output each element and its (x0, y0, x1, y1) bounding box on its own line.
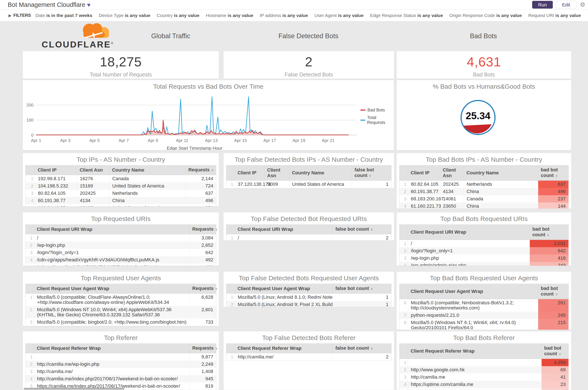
false-referer-cell[interactable]: 2 (333, 353, 391, 361)
filter-user-agent[interactable]: User Agent is any value (314, 13, 364, 18)
bad-ips-col-bad-bot-count[interactable]: bad bot count∨ (538, 165, 569, 181)
false-ips-cell[interactable]: 37.120.138.173 (235, 181, 265, 188)
bad-referer-cell[interactable]: http://www.google.com.hk (408, 366, 542, 374)
top-uris-cell[interactable]: /cdn-cgi/apps/head/xVgyKhR-vV3dAUGhMqfBc… (34, 256, 190, 263)
bad-uas-cell[interactable]: 245 (538, 312, 569, 319)
gear-icon[interactable]: ⚙ (580, 1, 585, 8)
filter-device-type[interactable]: Device Type is any value (99, 13, 150, 18)
false-referer-col-client-request-referer-wrap[interactable]: Client Request Referer Wrap (235, 343, 333, 353)
top-uas-cell[interactable]: Mozilla/5.0 (compatible; CloudFlare-Alwa… (34, 293, 190, 306)
top-referer-cell[interactable]: 945 (190, 375, 216, 383)
false-referer-col-false-bot-count[interactable]: false bot count∨ (333, 343, 391, 353)
top-uas-cell[interactable] (34, 326, 190, 326)
bad-uris-cell[interactable]: /wp-admin/admin-ajax.php (408, 262, 530, 266)
bad-ips-cell[interactable]: 23650 (440, 202, 464, 209)
top-ips-cell[interactable]: 202425 (77, 190, 109, 197)
top-ips-cell[interactable]: Netherlands (109, 190, 186, 197)
legend-total-requests[interactable]: Total Requests (360, 115, 394, 125)
bad-ips-cell[interactable]: Canada (464, 195, 538, 202)
bad-uas-cell[interactable]: python-requests/2.21.0 (408, 312, 538, 319)
legend-bad-bots[interactable]: Bad Bots (360, 108, 394, 112)
top-uris-cell[interactable]: /wp-login.php (34, 242, 190, 249)
top-referer-cell[interactable]: 2,249 (190, 361, 216, 368)
edit-button[interactable]: Edit (556, 1, 576, 9)
bad-ips-cell[interactable]: 144 (538, 202, 569, 209)
false-uris-col-client-request-uri-wrap[interactable]: Client Request URI Wrap (235, 225, 333, 234)
false-uas-cell[interactable]: 1 (333, 293, 391, 301)
bad-uris-col-client-request-uri-wrap[interactable]: Client Request URI Wrap (408, 225, 530, 240)
bad-referer-cell[interactable]: http://camilia.me/wp-login.php (408, 388, 542, 390)
bad-ips-cell[interactable]: China (464, 202, 538, 209)
top-uris-cell[interactable]: 3,084 (190, 234, 216, 242)
filters-expander[interactable]: ▶FILTERS (9, 10, 31, 21)
top-ips-col-requests[interactable]: Requests∨ (186, 165, 216, 175)
top-ips-cell[interactable]: 637 (186, 190, 216, 197)
top-ips-col-country-name[interactable]: Country Name (109, 165, 186, 175)
bad-ips-cell[interactable]: Netherlands (464, 181, 538, 188)
false-ips-col-false-bot-count[interactable]: false bot count∨ (352, 165, 391, 181)
top-referer-col-requests[interactable]: Requests∨ (190, 343, 216, 353)
bad-ips-col-client-asn[interactable]: Client Asn (440, 165, 464, 181)
bad-referer-cell[interactable]: http://camilia.me (408, 374, 542, 381)
bad-ips-cell[interactable]: 4134 (440, 188, 464, 195)
bad-ips-cell[interactable]: 61.160.221.73 (408, 202, 440, 209)
bad-ips-cell[interactable]: 237 (538, 195, 569, 202)
top-uas-cell[interactable]: 681 (190, 326, 216, 326)
bad-uris-cell[interactable]: 642 (530, 247, 568, 254)
top-uas-cell[interactable]: 733 (190, 318, 216, 326)
top-ips-cell[interactable]: 15169 (77, 182, 109, 190)
top-referer-cell[interactable]: http://camilia.me/index.php/2017/06/17/w… (34, 375, 190, 383)
top-uris-col-requests[interactable]: Requests∨ (190, 225, 216, 234)
bad-referer-col-client-request-referer-wrap[interactable]: Client Request Referer Wrap (408, 343, 542, 359)
top-uris-cell[interactable]: 642 (190, 249, 216, 256)
false-ips-cell[interactable]: 9009 (265, 181, 289, 188)
false-uris-cell[interactable]: 2 (333, 234, 391, 241)
top-uris-cell[interactable]: 492 (190, 256, 216, 263)
bad-ips-cell[interactable]: 637 (538, 181, 569, 188)
filter-date[interactable]: Date is in the past 7 weeks (35, 13, 92, 18)
top-ips-cell[interactable]: 136.24.49.37 (35, 204, 77, 207)
top-uris-cell[interactable]: /login/?login_only=1 (34, 249, 190, 256)
top-ips-col-client-ip[interactable]: Client IP (35, 165, 77, 175)
false-referer-cell[interactable]: http://camilia.me/ (235, 353, 333, 361)
false-ips-cell[interactable]: United States of America (289, 181, 352, 188)
false-ips-cell[interactable]: 1 (352, 188, 391, 189)
bad-uas-col-bad-bot-count[interactable]: bad bot count∨ (538, 284, 569, 299)
horizontal-scrollbar[interactable] (24, 388, 125, 390)
false-ips-col-client-ip[interactable]: Client IP (235, 165, 265, 181)
top-uris-cell[interactable]: / (34, 234, 190, 242)
filter-country[interactable]: Country is any value (157, 13, 199, 18)
false-uas-cell[interactable]: Mozilla/5.0 (Linux; Android 9; Pixel 2 X… (235, 301, 333, 307)
top-uris-cell[interactable]: /cdn-cgi/apps/body/3Lh52SjWTQ4HRlErJykHq… (34, 263, 190, 266)
top-uas-cell[interactable]: 2,601 (190, 306, 216, 318)
bad-referer-cell[interactable]: 41 (542, 374, 569, 381)
top-uas-cell[interactable]: 6,628 (190, 293, 216, 306)
top-ips-cell[interactable]: 724 (186, 182, 216, 190)
bad-referer-cell[interactable]: https://uptime.com/camilia.me (408, 381, 542, 388)
false-ips-cell[interactable]: Australia (289, 188, 352, 189)
bad-uas-cell[interactable]: Mozilla/5.0 (compatible; Nimbostratus-Bo… (408, 299, 538, 312)
top-uris-col-client-request-uri-wrap[interactable]: Client Request URI Wrap (34, 225, 190, 234)
bad-referer-cell[interactable] (408, 359, 542, 366)
bad-referer-cell[interactable]: 4,359 (542, 359, 569, 366)
top-referer-cell[interactable]: 9,877 (190, 353, 216, 361)
top-referer-cell[interactable]: http://camilia.me/ (34, 368, 190, 375)
filter-ip-address[interactable]: IP address is any value (260, 13, 308, 18)
top-ips-cell[interactable]: Canada (109, 175, 186, 183)
bad-ips-cell[interactable]: 14061 (440, 195, 464, 202)
bad-uas-cell[interactable]: 261 (538, 299, 569, 312)
bad-uris-col-bad-bot-count[interactable]: bad bot count∨ (530, 225, 568, 240)
bad-ips-cell[interactable]: 202425 (440, 181, 464, 188)
bad-uas-col-client-request-user-agent-wrap[interactable]: Client Request User Agent Wrap (408, 284, 538, 299)
bad-referer-cell[interactable]: 18 (542, 388, 569, 390)
top-uas-col-requests[interactable]: Requests∨ (190, 284, 216, 293)
bad-ips-col-client-ip[interactable]: Client IP (408, 165, 440, 181)
bad-ips-cell[interactable]: 68.183.200.167 (408, 195, 440, 202)
false-ips-cell[interactable]: 1 (352, 181, 391, 188)
false-ips-col-client-asn[interactable]: Client Asn (265, 165, 289, 181)
bad-uris-cell[interactable]: /wp-login.php (408, 254, 530, 262)
top-ips-cell[interactable]: 104.198.5.232 (35, 182, 77, 190)
false-ips-cell[interactable]: 59.100.254.130 (235, 188, 265, 189)
bad-referer-cell[interactable]: 69 (542, 366, 569, 374)
top-referer-cell[interactable] (34, 353, 190, 361)
